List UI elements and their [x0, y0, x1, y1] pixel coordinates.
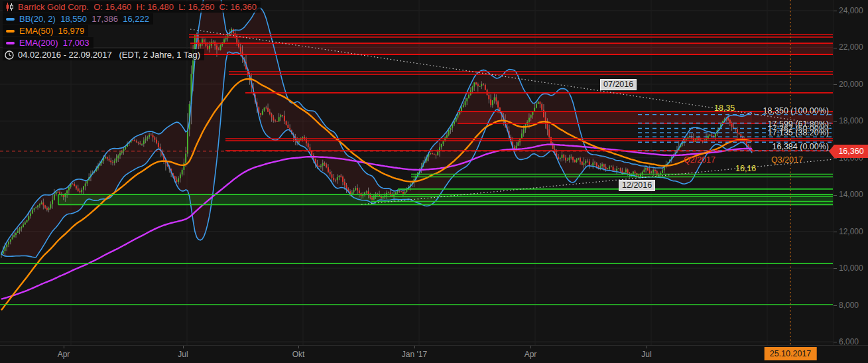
price-axis-label: 14,000	[834, 190, 868, 198]
date-range: 04.02.2016 - 22.09.2017	[18, 50, 112, 60]
bb-lower-value: 16,222	[123, 14, 149, 24]
time-axis-label: Apr	[525, 350, 537, 359]
price-point-label: 16,16	[735, 164, 756, 173]
bb-upper-value: 18,550	[60, 14, 87, 24]
ema50-label: EMA(50)	[19, 26, 53, 36]
legend-ema200-row[interactable]: EMA(200) 17,003	[3, 37, 261, 48]
price-axis-label: 18,000	[834, 117, 868, 125]
time-axis-label: Okt	[292, 350, 305, 359]
bb-line-marker-icon	[6, 18, 15, 21]
close-label: C:	[219, 2, 228, 12]
time-axis-label: Apr	[58, 350, 70, 359]
bb-label: BB(20, 2)	[19, 14, 56, 24]
price-axis-label: 22,000	[834, 43, 868, 51]
trading-chart-app: { "legend": { "symbol": "Barrick Gold Co…	[0, 0, 868, 363]
candlestick-logo-icon	[5, 3, 14, 11]
legend-ema50-row[interactable]: EMA(50) 16,979	[3, 25, 261, 36]
future-date-tag: 25.10.2017	[765, 347, 817, 360]
low-label: L:	[178, 2, 186, 12]
clock-icon	[5, 50, 14, 60]
period-label-box: 07/2016	[600, 79, 637, 90]
last-price-tag: 16,360	[834, 145, 868, 158]
ema200-line-marker-icon	[6, 42, 15, 44]
ema50-value: 16,979	[58, 26, 85, 36]
price-tag-arrow-icon	[829, 145, 834, 158]
price-axis-label: 8,000	[834, 301, 868, 309]
ema200-value: 17,003	[63, 38, 90, 48]
legend: Barrick Gold Corp. O: 16,460 H: 16,480 L…	[3, 1, 261, 61]
low-value: 16,260	[188, 2, 215, 12]
open-label: O:	[93, 2, 103, 12]
price-point-label: 18,35	[714, 104, 735, 113]
time-axis[interactable]: AprJulOktJan '17AprJul	[0, 345, 868, 363]
fib-level-label: 17,135 (38.20%)	[768, 128, 829, 137]
bb-middle-value: 17,386	[92, 14, 118, 24]
price-axis-label: 10,000	[834, 264, 868, 272]
price-axis-label: 12,000	[834, 228, 868, 236]
ema50-line-marker-icon	[6, 30, 15, 33]
open-value: 16,460	[105, 2, 132, 12]
time-axis-label: Jan '17	[402, 350, 427, 359]
legend-range-row: 04.02.2016 - 22.09.2017 (EDT, 2 Jahre, 1…	[3, 49, 261, 60]
symbol-name: Barrick Gold Corp.	[18, 2, 89, 12]
high-value: 16,480	[147, 2, 174, 12]
ema200-label: EMA(200)	[19, 38, 58, 48]
quarter-label: Q2/2017	[684, 155, 715, 165]
quarter-label: Q3/2017	[771, 155, 803, 165]
close-value: 16,360	[230, 2, 257, 12]
range-detail: (EDT, 2 Jahre, 1 Tag)	[119, 50, 201, 60]
time-axis-label: Jul	[178, 350, 188, 359]
price-axis-label: 24,000	[834, 7, 868, 15]
legend-bb-row[interactable]: BB(20, 2) 18,550 17,386 16,222	[3, 13, 261, 25]
legend-symbol-row[interactable]: Barrick Gold Corp. O: 16,460 H: 16,480 L…	[3, 1, 261, 13]
fib-level-label: 18,350 (100.00%)	[763, 106, 829, 115]
price-axis-label: 20,000	[834, 80, 868, 88]
time-axis-label: Jul	[641, 350, 651, 359]
price-axis[interactable]: 24,00022,00020,00018,00016,00014,00012,0…	[833, 0, 868, 345]
period-label-box: 12/2016	[619, 180, 655, 191]
high-label: H:	[137, 2, 145, 12]
fib-level-label: 16,384 (0.00%)	[773, 142, 829, 151]
